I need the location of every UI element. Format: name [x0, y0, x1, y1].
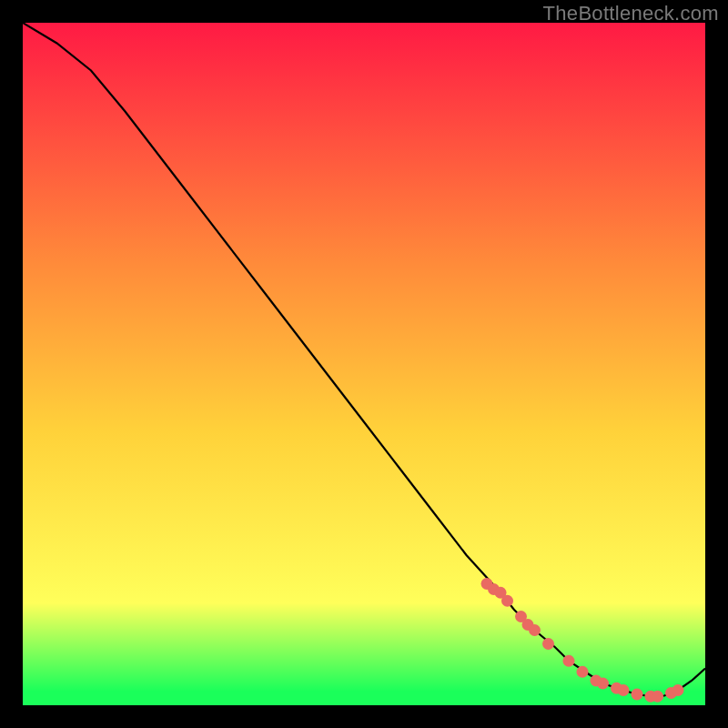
gradient-background	[23, 23, 705, 705]
marker-point	[542, 638, 554, 650]
chart-frame: TheBottleneck.com	[0, 0, 728, 728]
bottleneck-plot	[23, 23, 705, 705]
marker-point	[577, 666, 589, 678]
marker-point	[632, 689, 643, 701]
marker-point	[618, 684, 630, 696]
marker-point	[652, 691, 663, 703]
marker-point	[529, 624, 541, 636]
marker-point	[597, 678, 609, 690]
marker-point	[501, 595, 513, 607]
marker-point	[563, 655, 575, 667]
marker-point	[672, 684, 684, 696]
